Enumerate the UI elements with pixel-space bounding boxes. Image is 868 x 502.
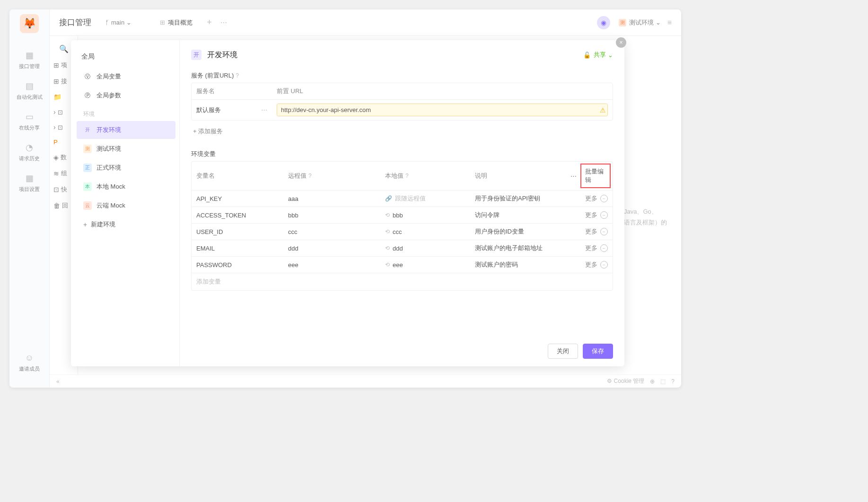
svc-url-input[interactable] <box>277 104 608 116</box>
cookie-mgmt-button[interactable]: ⚙ Cookie 管理 <box>607 377 644 385</box>
tab-label: 项目概览 <box>168 18 193 27</box>
trash-icon: 🗑 <box>53 202 60 209</box>
global-vars-item[interactable]: Ⓥ 全局变量 <box>77 68 175 86</box>
new-env-label: 新建环境 <box>91 220 115 229</box>
plus-circle-icon[interactable]: ⊕ <box>650 378 655 385</box>
more-button[interactable]: 更多 <box>585 244 597 252</box>
env-item-local-mock[interactable]: 本 本地 Mock <box>77 178 175 196</box>
add-tab-button[interactable]: + <box>207 17 212 27</box>
var-local[interactable]: ⟲ddd <box>380 240 470 256</box>
nav-settings[interactable]: ▦ 项目设置 <box>9 168 49 199</box>
remove-icon[interactable]: − <box>600 228 608 235</box>
menu-icon[interactable]: ≡ <box>667 18 672 27</box>
env-badge-icon: 开 <box>83 126 92 134</box>
nav-share[interactable]: ▭ 在线分享 <box>9 106 49 137</box>
sync-icon: ⟲ <box>385 228 390 235</box>
env-label: 正式环境 <box>96 164 121 172</box>
branch-icon: ᚶ <box>105 19 109 26</box>
var-local[interactable]: ⟲bbb <box>380 207 470 223</box>
chevron-down-icon: ⌄ <box>608 52 613 59</box>
nav-label: 邀请成员 <box>19 365 40 372</box>
env-modal: × 全局 Ⓥ 全局变量 Ⓟ 全局参数 环境 开 开发环境 测 测试环境 正 <box>71 40 624 366</box>
svc-url-cell: ⚠ <box>272 100 613 120</box>
remove-icon[interactable]: − <box>600 195 608 202</box>
env-selector[interactable]: 测 测试环境 ⌄ <box>619 18 661 27</box>
env-item-test[interactable]: 测 测试环境 <box>77 140 175 158</box>
var-local[interactable]: ⟲eee <box>380 257 470 273</box>
branch-name: main <box>111 19 124 26</box>
remove-icon[interactable]: − <box>600 261 608 268</box>
var-remote[interactable]: ddd <box>283 240 380 256</box>
more-button[interactable]: 更多 <box>585 260 597 269</box>
var-local[interactable]: ⟲ccc <box>380 224 470 240</box>
app-logo[interactable]: 🦊 <box>20 14 39 33</box>
gear-icon: ▦ <box>25 173 34 183</box>
close-icon[interactable]: × <box>616 37 626 48</box>
chevron-down-icon: ⌄ <box>656 19 661 26</box>
nav-invite[interactable]: ☺ 邀请成员 <box>9 347 49 378</box>
caret-icon: › <box>53 108 56 116</box>
var-header-local: 本地值? <box>380 162 470 190</box>
env-item-prod[interactable]: 正 正式环境 <box>77 159 175 177</box>
save-button[interactable]: 保存 <box>583 344 613 359</box>
var-row: EMAIL ddd ⟲ddd 测试账户的电子邮箱地址 更多− <box>192 240 613 257</box>
var-remote[interactable]: eee <box>283 257 380 273</box>
add-var-row[interactable]: 添加变量 <box>192 273 613 290</box>
var-header-more[interactable]: ⋯ <box>566 162 579 190</box>
branch-selector[interactable]: ᚶ main ⌄ <box>105 19 132 26</box>
env-badge-icon: 测 <box>83 145 92 153</box>
var-desc[interactable]: 访问令牌 <box>470 207 579 223</box>
nav-history[interactable]: ◔ 请求历史 <box>9 137 49 168</box>
batch-edit-button[interactable]: 批量编辑 <box>580 164 611 188</box>
box-icon[interactable]: ⬚ <box>660 378 666 385</box>
new-env-button[interactable]: + 新建环境 <box>77 216 179 234</box>
share-icon: ▭ <box>25 112 34 121</box>
more-dots-icon[interactable]: ⋯ <box>261 106 267 113</box>
more-button[interactable]: 更多 <box>585 211 597 219</box>
more-tabs-button[interactable]: ⋯ <box>220 19 228 26</box>
tab-overview[interactable]: ⊞ 项目概览 <box>160 18 193 27</box>
env-item-cloud-mock[interactable]: 云 云端 Mock <box>77 197 175 215</box>
remove-icon[interactable]: − <box>600 244 608 252</box>
nav-label: 在线分享 <box>19 124 40 131</box>
env-title: 开发环境 <box>207 50 237 60</box>
help-icon[interactable]: ? <box>671 378 675 385</box>
add-service-button[interactable]: + 添加服务 <box>191 123 613 139</box>
var-desc[interactable]: 测试账户的电子邮箱地址 <box>470 240 579 256</box>
more-button[interactable]: 更多 <box>585 227 597 236</box>
modal-sidebar: 全局 Ⓥ 全局变量 Ⓟ 全局参数 环境 开 开发环境 测 测试环境 正 正式环境 <box>71 40 180 366</box>
nav-api-mgmt[interactable]: ▦ 接口管理 <box>9 45 49 76</box>
global-params-item[interactable]: Ⓟ 全局参数 <box>77 87 175 104</box>
var-local[interactable]: 🔗跟随远程值 <box>380 190 470 207</box>
close-button[interactable]: 关闭 <box>548 344 578 359</box>
var-remote[interactable]: ccc <box>283 224 380 240</box>
global-section-title: 全局 <box>77 50 179 64</box>
var-desc[interactable]: 测试账户的密码 <box>470 257 579 273</box>
user-icon: ☺ <box>25 353 34 363</box>
collapse-icon[interactable]: « <box>56 378 60 385</box>
env-badge-icon: 云 <box>83 201 92 210</box>
svc-header-name: 服务名 <box>192 83 272 99</box>
remove-icon[interactable]: − <box>600 211 608 219</box>
share-button[interactable]: 🔓 共享 ⌄ <box>583 51 613 59</box>
help-icon[interactable]: ? <box>308 173 312 179</box>
var-desc[interactable]: 用户身份的ID变量 <box>470 224 579 240</box>
env-item-dev[interactable]: 开 开发环境 <box>77 121 175 139</box>
var-remote[interactable]: aaa <box>283 190 380 207</box>
help-icon[interactable]: ? <box>236 72 239 79</box>
help-icon[interactable]: ? <box>405 173 409 179</box>
var-name[interactable]: API_KEY <box>192 190 283 207</box>
var-name[interactable]: EMAIL <box>192 240 283 256</box>
var-name[interactable]: USER_ID <box>192 224 283 240</box>
layer-icon: ≋ <box>53 170 59 177</box>
var-name[interactable]: ACCESS_TOKEN <box>192 207 283 223</box>
var-name[interactable]: PASSWORD <box>192 257 283 273</box>
var-desc[interactable]: 用于身份验证的API密钥 <box>470 190 579 207</box>
notification-icon[interactable]: ◉ <box>597 16 610 29</box>
var-remote[interactable]: bbb <box>283 207 380 223</box>
more-button[interactable]: 更多 <box>585 194 597 203</box>
var-header-remote: 远程值? <box>283 162 380 190</box>
var-row: USER_ID ccc ⟲ccc 用户身份的ID变量 更多− <box>192 224 613 240</box>
nav-auto-test[interactable]: ▤ 自动化测试 <box>9 76 49 106</box>
nav-label: 请求历史 <box>19 155 40 162</box>
